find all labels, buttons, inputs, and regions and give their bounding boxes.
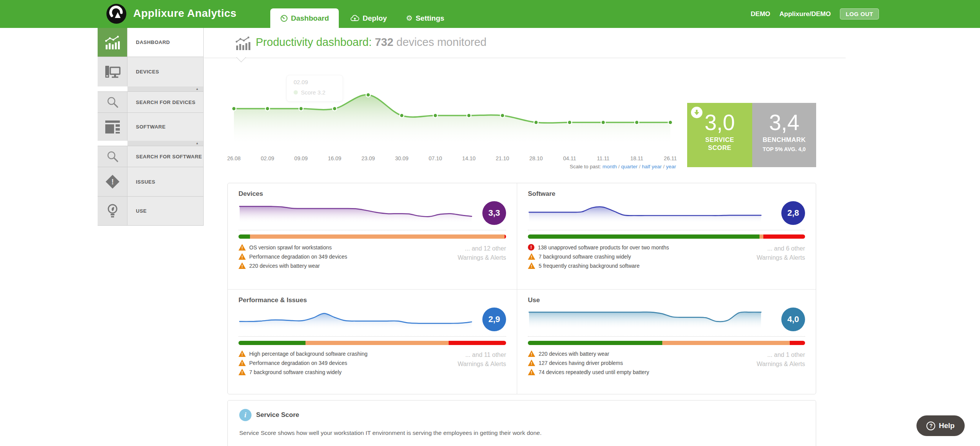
more-warnings-count: ... and 12 other <box>457 244 506 253</box>
scale-link-half-year[interactable]: half year <box>642 164 662 169</box>
more-warnings-label: Warnings & Alerts <box>756 253 805 262</box>
card-title: Use <box>528 296 805 304</box>
benchmark-top5-avg: TOP 5% AVG. 4,0 <box>752 146 816 152</box>
warning-text: 220 devices with battery wear <box>249 263 320 269</box>
warning-item[interactable]: 7 background software crashing widely <box>238 369 368 375</box>
card-software[interactable]: Software 2,8 138 unapproved software pro… <box>517 183 816 289</box>
card-title: Performance & Issues <box>238 296 506 304</box>
warning-item[interactable]: High percentage of background software c… <box>238 350 368 357</box>
warning-triangle-icon <box>238 253 246 260</box>
x-axis-label: 09.09 <box>294 155 308 161</box>
sidebar-item-software[interactable]: SOFTWARE ▲ <box>98 113 203 146</box>
performance-warning-list: High percentage of background software c… <box>238 350 368 375</box>
more-warnings-count: ... and 1 other <box>756 350 805 360</box>
warning-item[interactable]: Performance degradation on 349 devices <box>238 253 347 260</box>
heading-chart-icon <box>235 36 251 52</box>
sidebar-item-use[interactable]: USE <box>98 197 203 226</box>
warning-text: 7 background software crashing widely <box>249 369 341 375</box>
monitored-device-count: 732 <box>375 36 393 48</box>
x-axis-label: 16.09 <box>328 155 341 161</box>
warning-item[interactable]: Performance degradation on 349 devices <box>238 360 368 366</box>
status-bar-segment <box>528 341 662 345</box>
warning-item[interactable]: 74 devices repeatedly used until empty b… <box>528 369 649 375</box>
service-score-label: SERVICE <box>687 136 752 144</box>
use-score-badge: 4,0 <box>781 308 805 331</box>
collapse-triangle-icon: ▲ <box>196 142 199 145</box>
top-navigation-bar: Applixure Analytics Dashboard <box>0 0 980 28</box>
status-bar-segment <box>790 341 805 345</box>
account-name: DEMO <box>751 10 770 18</box>
warning-triangle-icon <box>528 253 535 260</box>
warning-triangle-icon <box>238 350 246 357</box>
x-axis-label: 14.10 <box>462 155 475 161</box>
warning-text: OS version sprawl for workstations <box>249 244 332 251</box>
tab-deploy-label: Deploy <box>363 8 387 28</box>
sidebar-item-software-label: SOFTWARE <box>127 113 203 141</box>
sidebar-item-devices[interactable]: DEVICES ▲ <box>98 57 203 92</box>
x-axis-label: 26.11 <box>664 155 677 161</box>
scale-link-year[interactable]: year <box>666 164 676 169</box>
search-icon <box>98 92 127 112</box>
warning-triangle-icon <box>238 360 246 366</box>
more-warnings-note: ... and 6 other Warnings & Alerts <box>756 244 805 269</box>
service-score-info-box: i Service Score Service Score shows how … <box>227 400 816 446</box>
service-score-block: 3,0 SERVICE SCORE <box>687 103 752 167</box>
logout-button[interactable]: LOG OUT <box>840 8 879 20</box>
card-use[interactable]: Use 4,0 220 devices with battery wear 12… <box>517 289 816 394</box>
card-performance-issues[interactable]: Performance & Issues 2,9 High percentage… <box>228 289 517 394</box>
tab-dashboard[interactable]: Dashboard <box>270 8 339 28</box>
x-axis-label: 28.10 <box>529 155 543 161</box>
top-tabs: Dashboard Deploy ⚙ Settings <box>270 8 452 28</box>
scale-link-quarter[interactable]: quarter <box>621 164 638 169</box>
warning-item[interactable]: 127 devices having driver problems <box>528 360 649 366</box>
warning-text: 5 frequently crashing background softwar… <box>539 263 640 269</box>
devices-score-badge: 3,3 <box>482 201 506 225</box>
sidebar-item-dashboard[interactable]: DASHBOARD <box>98 28 203 57</box>
warning-item[interactable]: OS version sprawl for workstations <box>238 244 347 251</box>
status-bar-segment <box>238 234 250 239</box>
sidebar-item-use-label: USE <box>127 197 203 225</box>
score-trend-down-icon <box>691 107 702 118</box>
sidebar-item-search-software[interactable]: SEARCH FOR SOFTWARE <box>98 146 203 167</box>
warning-triangle-icon <box>528 369 535 375</box>
help-button[interactable]: ? Help <box>916 415 965 436</box>
tab-deploy[interactable]: Deploy <box>343 8 394 28</box>
software-status-bar <box>528 234 805 239</box>
benchmark-block: 3,4 BENCHMARK TOP 5% AVG. 4,0 <box>752 103 816 167</box>
devices-warning-list: OS version sprawl for workstations Perfo… <box>238 244 347 269</box>
warning-item[interactable]: 220 devices with battery wear <box>528 350 649 357</box>
info-icon: i <box>239 409 252 421</box>
info-body: Service Score shows how well your workst… <box>239 430 804 436</box>
account-area: DEMO Applixure/DEMO LOG OUT <box>751 0 879 28</box>
warning-item[interactable]: 220 devices with battery wear <box>238 262 347 269</box>
x-axis-label: 04.11 <box>563 155 576 161</box>
dotted-divider <box>528 230 805 230</box>
tab-settings[interactable]: ⚙ Settings <box>399 8 452 28</box>
dotted-divider <box>528 336 805 337</box>
svg-text:!: ! <box>111 177 114 186</box>
devices-status-bar <box>238 234 506 239</box>
more-warnings-count: ... and 6 other <box>756 244 805 253</box>
warning-triangle-icon <box>528 350 535 357</box>
status-bar-segment <box>238 341 305 345</box>
devices-collapse-toggle[interactable]: ▲ <box>127 86 203 91</box>
card-devices[interactable]: Devices 3,3 OS version sprawl for workst… <box>228 183 517 289</box>
brand-title: Applixure Analytics <box>133 7 237 20</box>
sidebar-item-search-devices[interactable]: SEARCH FOR DEVICES <box>98 92 203 113</box>
warning-item[interactable]: 5 frequently crashing background softwar… <box>528 262 669 269</box>
card-title: Devices <box>238 190 506 198</box>
performance-status-bar <box>238 341 506 345</box>
tooltip-series-dot-icon <box>294 90 298 94</box>
dotted-divider <box>238 336 506 337</box>
status-bar-segment <box>760 234 764 239</box>
page-title-text: Productivity dashboard: <box>256 36 372 48</box>
x-axis-label: 11.11 <box>597 155 609 161</box>
software-collapse-toggle[interactable]: ▲ <box>127 141 203 146</box>
sidebar-item-dashboard-label: DASHBOARD <box>127 28 203 57</box>
status-bar-segment <box>449 341 506 345</box>
sidebar-item-issues[interactable]: ! ISSUES <box>98 167 203 197</box>
warning-item[interactable]: 7 background software crashing widely <box>528 253 669 260</box>
warning-item[interactable]: 138 unapproved software products for ove… <box>528 244 669 251</box>
software-icon <box>98 113 127 141</box>
scale-link-month[interactable]: month <box>603 164 617 169</box>
